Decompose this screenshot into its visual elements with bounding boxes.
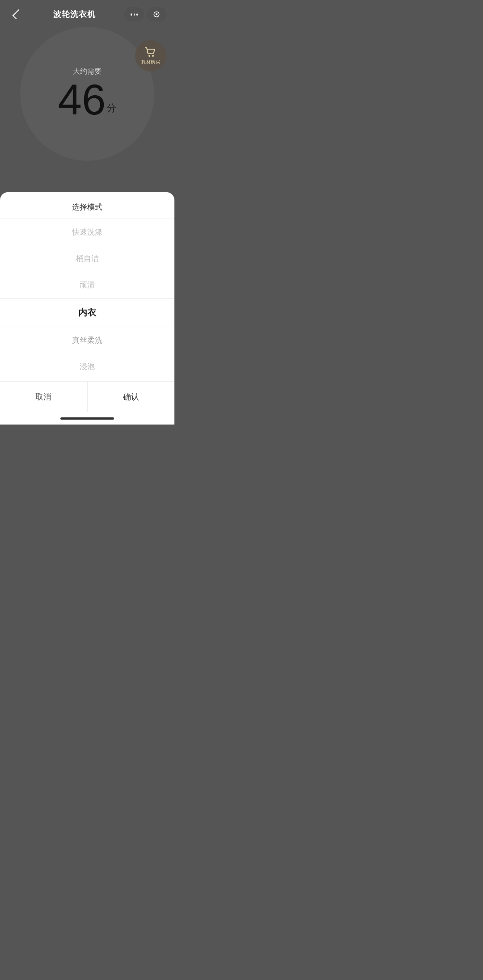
mode-item-zhensirouxi[interactable]: 真丝柔洗 — [0, 327, 174, 353]
svg-point-1 — [156, 13, 157, 15]
home-indicator — [0, 412, 174, 425]
dot2 — [134, 13, 135, 16]
bottom-sheet: 选择模式 快速洗涤 桶自洁 顽渍 内衣 真丝柔洗 浸泡 取消 确认 — [0, 192, 174, 425]
mode-list: 快速洗涤 桶自洁 顽渍 内衣 真丝柔洗 浸泡 — [0, 219, 174, 381]
sheet-title: 选择模式 — [72, 203, 102, 211]
confirm-button[interactable]: 确认 — [88, 382, 175, 412]
mode-item-tongzijie[interactable]: 桶自洁 — [0, 245, 174, 272]
action-bar: 取消 确认 — [0, 381, 174, 412]
cart-label: 耗材购买 — [141, 59, 160, 65]
timer-circle: 大约需要 46分 — [20, 27, 154, 161]
header: 波轮洗衣机 — [0, 0, 174, 27]
svg-point-3 — [152, 55, 154, 57]
scan-button[interactable] — [147, 7, 166, 21]
mode-item-kuaisu[interactable]: 快速洗涤 — [0, 219, 174, 245]
cancel-button[interactable]: 取消 — [0, 382, 88, 412]
svg-point-2 — [148, 55, 150, 57]
timer-display: 46分 — [58, 78, 117, 121]
cart-icon — [144, 47, 157, 58]
timer-prefix: 大约需要 — [73, 67, 102, 76]
dot3 — [136, 13, 138, 16]
mode-item-neiyi[interactable]: 内衣 — [0, 298, 174, 327]
cart-float-button[interactable]: 耗材购买 — [135, 40, 166, 72]
mode-item-wanzhi[interactable]: 顽渍 — [0, 272, 174, 298]
page-title: 波轮洗衣机 — [53, 9, 96, 20]
dot1 — [131, 13, 132, 16]
timer-unit: 分 — [106, 102, 116, 114]
sheet-title-row: 选择模式 — [0, 192, 174, 219]
back-icon — [12, 9, 22, 20]
scan-icon — [153, 9, 160, 19]
home-bar — [60, 417, 114, 420]
more-button[interactable] — [124, 7, 144, 21]
back-button[interactable] — [8, 6, 24, 22]
header-actions — [124, 7, 166, 21]
mode-item-jinpao[interactable]: 浸泡 — [0, 353, 174, 380]
timer-value: 46 — [58, 76, 106, 123]
timer-circle-wrap: 大约需要 46分 — [20, 27, 154, 161]
